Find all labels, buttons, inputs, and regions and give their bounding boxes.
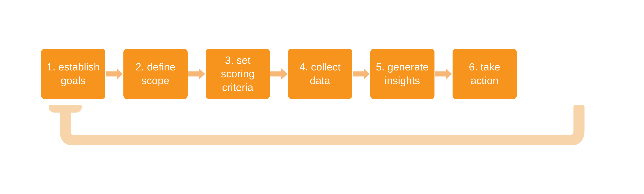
arrow-4-5 xyxy=(352,67,370,81)
step-box-4: 4. collect data xyxy=(288,49,352,99)
steps-row: 1. establish goals 2. define scope 3. se… xyxy=(41,49,603,99)
step-box-1: 1. establish goals xyxy=(41,49,105,99)
svg-marker-0 xyxy=(54,105,76,108)
step-box-5: 5. generate insights xyxy=(370,49,434,99)
step-label-4: 4. collect data xyxy=(292,60,348,87)
arrow-3-4 xyxy=(270,67,288,81)
step-box-2: 2. define scope xyxy=(124,49,188,99)
step-label-6: 6. take action xyxy=(456,60,513,87)
step-label-2: 2. define scope xyxy=(128,60,184,87)
step-label-3: 3. set scoring criteria xyxy=(210,54,266,94)
feedback-loop-arrow xyxy=(41,105,603,145)
arrow-2-3 xyxy=(188,67,206,81)
step-label-5: 5. generate insights xyxy=(374,60,430,87)
step-box-6: 6. take action xyxy=(452,49,517,99)
step-label-1: 1. establish goals xyxy=(45,60,101,87)
arrow-1-2 xyxy=(105,67,124,81)
arrow-5-6 xyxy=(434,67,452,81)
diagram-container: 1. establish goals 2. define scope 3. se… xyxy=(21,37,623,157)
step-box-3: 3. set scoring criteria xyxy=(206,49,270,99)
